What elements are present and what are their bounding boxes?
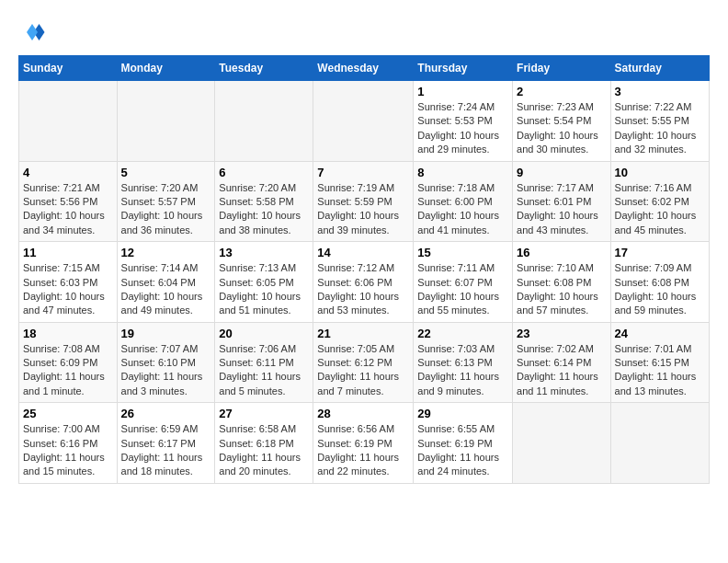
day-cell: 28Sunrise: 6:56 AMSunset: 6:19 PMDayligh… — [313, 403, 414, 484]
logo-icon — [18, 18, 46, 46]
day-cell — [610, 403, 709, 484]
day-number: 22 — [417, 327, 508, 340]
column-header-wednesday: Wednesday — [313, 56, 414, 81]
day-cell: 10Sunrise: 7:16 AMSunset: 6:02 PMDayligh… — [610, 161, 709, 242]
day-info: Sunrise: 6:55 AMSunset: 6:19 PMDaylight:… — [417, 422, 508, 479]
day-cell — [19, 81, 118, 162]
calendar-header-row: SundayMondayTuesdayWednesdayThursdayFrid… — [19, 56, 710, 81]
day-number: 18 — [23, 327, 113, 340]
column-header-tuesday: Tuesday — [215, 56, 313, 81]
day-cell: 20Sunrise: 7:06 AMSunset: 6:11 PMDayligh… — [215, 322, 313, 403]
day-cell: 29Sunrise: 6:55 AMSunset: 6:19 PMDayligh… — [414, 403, 513, 484]
day-cell: 25Sunrise: 7:00 AMSunset: 6:16 PMDayligh… — [19, 403, 118, 484]
day-info: Sunrise: 7:01 AMSunset: 6:15 PMDaylight:… — [615, 342, 705, 399]
day-number: 24 — [615, 327, 705, 340]
day-info: Sunrise: 7:03 AMSunset: 6:13 PMDaylight:… — [417, 342, 508, 399]
day-info: Sunrise: 7:20 AMSunset: 5:57 PMDaylight:… — [121, 181, 211, 238]
day-info: Sunrise: 7:02 AMSunset: 6:14 PMDaylight:… — [517, 342, 607, 399]
header — [18, 18, 710, 46]
day-info: Sunrise: 7:08 AMSunset: 6:09 PMDaylight:… — [23, 342, 113, 399]
day-cell: 7Sunrise: 7:19 AMSunset: 5:59 PMDaylight… — [313, 161, 414, 242]
week-row-2: 4Sunrise: 7:21 AMSunset: 5:56 PMDaylight… — [19, 161, 710, 242]
day-info: Sunrise: 7:19 AMSunset: 5:59 PMDaylight:… — [317, 181, 409, 238]
day-info: Sunrise: 7:15 AMSunset: 6:03 PMDaylight:… — [23, 261, 113, 318]
day-info: Sunrise: 6:59 AMSunset: 6:17 PMDaylight:… — [121, 422, 211, 479]
day-number: 10 — [615, 166, 705, 179]
day-info: Sunrise: 7:12 AMSunset: 6:06 PMDaylight:… — [317, 261, 409, 318]
day-number: 27 — [219, 407, 309, 420]
day-cell: 24Sunrise: 7:01 AMSunset: 6:15 PMDayligh… — [610, 322, 709, 403]
day-cell: 2Sunrise: 7:23 AMSunset: 5:54 PMDaylight… — [513, 81, 611, 162]
day-number: 17 — [615, 246, 705, 259]
column-header-saturday: Saturday — [610, 56, 709, 81]
day-number: 5 — [121, 166, 211, 179]
day-cell: 15Sunrise: 7:11 AMSunset: 6:07 PMDayligh… — [414, 242, 513, 323]
week-row-5: 25Sunrise: 7:00 AMSunset: 6:16 PMDayligh… — [19, 403, 710, 484]
day-number: 16 — [517, 246, 607, 259]
day-number: 3 — [615, 85, 705, 98]
day-cell — [313, 81, 414, 162]
day-cell: 18Sunrise: 7:08 AMSunset: 6:09 PMDayligh… — [19, 322, 118, 403]
day-info: Sunrise: 7:17 AMSunset: 6:01 PMDaylight:… — [517, 181, 607, 238]
column-header-monday: Monday — [117, 56, 215, 81]
day-cell: 23Sunrise: 7:02 AMSunset: 6:14 PMDayligh… — [513, 322, 611, 403]
day-info: Sunrise: 6:56 AMSunset: 6:19 PMDaylight:… — [317, 422, 409, 479]
week-row-4: 18Sunrise: 7:08 AMSunset: 6:09 PMDayligh… — [19, 322, 710, 403]
day-cell: 26Sunrise: 6:59 AMSunset: 6:17 PMDayligh… — [117, 403, 215, 484]
day-info: Sunrise: 7:20 AMSunset: 5:58 PMDaylight:… — [219, 181, 309, 238]
day-number: 21 — [317, 327, 409, 340]
day-number: 7 — [317, 166, 409, 179]
day-info: Sunrise: 7:14 AMSunset: 6:04 PMDaylight:… — [121, 261, 211, 318]
day-number: 14 — [317, 246, 409, 259]
logo — [18, 18, 50, 46]
day-info: Sunrise: 7:24 AMSunset: 5:53 PMDaylight:… — [417, 100, 508, 157]
day-number: 13 — [219, 246, 309, 259]
day-number: 1 — [417, 85, 508, 98]
day-info: Sunrise: 7:16 AMSunset: 6:02 PMDaylight:… — [615, 181, 705, 238]
day-number: 6 — [219, 166, 309, 179]
day-number: 26 — [121, 407, 211, 420]
week-row-1: 1Sunrise: 7:24 AMSunset: 5:53 PMDaylight… — [19, 81, 710, 162]
day-cell: 1Sunrise: 7:24 AMSunset: 5:53 PMDaylight… — [414, 81, 513, 162]
day-info: Sunrise: 7:21 AMSunset: 5:56 PMDaylight:… — [23, 181, 113, 238]
day-number: 15 — [417, 246, 508, 259]
week-row-3: 11Sunrise: 7:15 AMSunset: 6:03 PMDayligh… — [19, 242, 710, 323]
day-cell — [513, 403, 611, 484]
day-cell: 19Sunrise: 7:07 AMSunset: 6:10 PMDayligh… — [117, 322, 215, 403]
day-info: Sunrise: 7:06 AMSunset: 6:11 PMDaylight:… — [219, 342, 309, 399]
day-cell: 22Sunrise: 7:03 AMSunset: 6:13 PMDayligh… — [414, 322, 513, 403]
day-number: 20 — [219, 327, 309, 340]
day-info: Sunrise: 7:18 AMSunset: 6:00 PMDaylight:… — [417, 181, 508, 238]
day-info: Sunrise: 7:00 AMSunset: 6:16 PMDaylight:… — [23, 422, 113, 479]
day-cell: 4Sunrise: 7:21 AMSunset: 5:56 PMDaylight… — [19, 161, 118, 242]
column-header-friday: Friday — [513, 56, 611, 81]
day-number: 19 — [121, 327, 211, 340]
day-number: 12 — [121, 246, 211, 259]
day-cell: 9Sunrise: 7:17 AMSunset: 6:01 PMDaylight… — [513, 161, 611, 242]
day-cell: 17Sunrise: 7:09 AMSunset: 6:08 PMDayligh… — [610, 242, 709, 323]
day-info: Sunrise: 7:05 AMSunset: 6:12 PMDaylight:… — [317, 342, 409, 399]
day-cell: 5Sunrise: 7:20 AMSunset: 5:57 PMDaylight… — [117, 161, 215, 242]
day-info: Sunrise: 7:11 AMSunset: 6:07 PMDaylight:… — [417, 261, 508, 318]
day-info: Sunrise: 6:58 AMSunset: 6:18 PMDaylight:… — [219, 422, 309, 479]
day-cell: 21Sunrise: 7:05 AMSunset: 6:12 PMDayligh… — [313, 322, 414, 403]
day-info: Sunrise: 7:07 AMSunset: 6:10 PMDaylight:… — [121, 342, 211, 399]
day-cell: 8Sunrise: 7:18 AMSunset: 6:00 PMDaylight… — [414, 161, 513, 242]
day-number: 11 — [23, 246, 113, 259]
day-info: Sunrise: 7:22 AMSunset: 5:55 PMDaylight:… — [615, 100, 705, 157]
day-number: 8 — [417, 166, 508, 179]
day-cell: 3Sunrise: 7:22 AMSunset: 5:55 PMDaylight… — [610, 81, 709, 162]
svg-marker-2 — [27, 24, 38, 40]
day-cell: 12Sunrise: 7:14 AMSunset: 6:04 PMDayligh… — [117, 242, 215, 323]
day-number: 25 — [23, 407, 113, 420]
day-number: 28 — [317, 407, 409, 420]
day-cell: 16Sunrise: 7:10 AMSunset: 6:08 PMDayligh… — [513, 242, 611, 323]
day-cell: 6Sunrise: 7:20 AMSunset: 5:58 PMDaylight… — [215, 161, 313, 242]
day-cell: 11Sunrise: 7:15 AMSunset: 6:03 PMDayligh… — [19, 242, 118, 323]
day-cell: 14Sunrise: 7:12 AMSunset: 6:06 PMDayligh… — [313, 242, 414, 323]
day-cell: 27Sunrise: 6:58 AMSunset: 6:18 PMDayligh… — [215, 403, 313, 484]
day-cell — [215, 81, 313, 162]
calendar-table: SundayMondayTuesdayWednesdayThursdayFrid… — [18, 55, 710, 484]
day-info: Sunrise: 7:23 AMSunset: 5:54 PMDaylight:… — [517, 100, 607, 157]
column-header-sunday: Sunday — [19, 56, 118, 81]
